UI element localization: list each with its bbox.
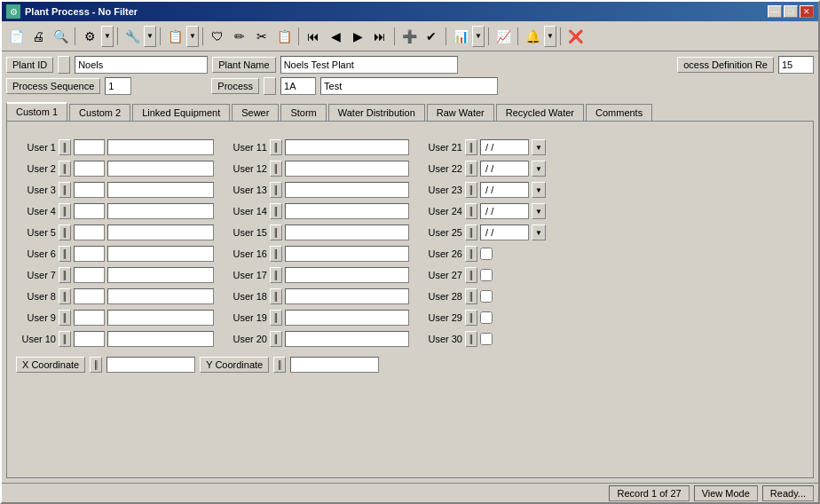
print-button[interactable]: 🖨 <box>28 26 49 47</box>
close-button[interactable]: ✕ <box>800 5 814 18</box>
tab-custom2[interactable]: Custom 2 <box>69 104 130 121</box>
notify-dropdown[interactable]: ▼ <box>544 26 556 47</box>
delete-button[interactable]: ❌ <box>564 26 586 47</box>
user18-input[interactable] <box>285 288 409 304</box>
copy-button[interactable]: 📋 <box>273 26 295 47</box>
user5-large-input[interactable] <box>107 224 214 240</box>
user2-large-input[interactable] <box>107 161 214 177</box>
tab-linked-equipment[interactable]: Linked Equipment <box>132 104 230 121</box>
user8-small-input[interactable] <box>74 288 105 304</box>
chart-button[interactable]: 📊 <box>450 26 471 47</box>
app-icon: ⚙ <box>6 4 20 19</box>
user3-label: User 3 <box>16 185 56 195</box>
user27-checkbox[interactable] <box>480 269 493 281</box>
user12-input[interactable] <box>285 161 409 177</box>
toolbar-group-3: 🔧 ▼ <box>122 26 156 47</box>
tab-storm[interactable]: Storm <box>280 104 326 121</box>
user3-large-input[interactable] <box>107 182 214 198</box>
user29-checkbox[interactable] <box>480 311 493 324</box>
new-button[interactable]: 📄 <box>5 26 27 47</box>
user15-label: User 15 <box>227 227 267 238</box>
tab-recycled-water[interactable]: Recycled Water <box>496 104 584 121</box>
user18-label: User 18 <box>227 291 267 302</box>
user1-small-input[interactable] <box>74 139 105 155</box>
user19-input[interactable] <box>285 310 409 326</box>
minimize-button[interactable]: — <box>768 5 782 18</box>
user9-small-input[interactable] <box>74 310 105 326</box>
check-button[interactable]: ✔ <box>421 26 442 47</box>
tab-raw-water[interactable]: Raw Water <box>427 104 494 121</box>
user8-indicator: ║ <box>59 288 71 304</box>
process-def-input[interactable] <box>778 56 814 74</box>
user23-date-input[interactable]: / / <box>480 182 529 198</box>
col3-users: User 21 ║ / / ▼ User 22 ║ / / ▼ User 23 … <box>422 139 546 350</box>
tab-custom1[interactable]: Custom 1 <box>6 102 67 121</box>
notify-button[interactable]: 🔔 <box>522 26 543 47</box>
user22-date-input[interactable]: / / <box>480 161 529 177</box>
plant-id-input[interactable] <box>75 56 208 74</box>
user30-checkbox[interactable] <box>480 333 493 345</box>
user3-small-input[interactable] <box>74 182 105 198</box>
filter-button[interactable]: 🔧 <box>122 26 143 47</box>
user9-large-input[interactable] <box>107 310 214 326</box>
user20-input[interactable] <box>285 331 409 347</box>
prev-button[interactable]: ◀ <box>325 26 346 47</box>
y-coord-input[interactable] <box>290 357 379 373</box>
user24-date-input[interactable]: / / <box>480 203 529 219</box>
next-button[interactable]: ▶ <box>347 26 368 47</box>
user10-large-input[interactable] <box>107 331 214 347</box>
user29-indicator: ║ <box>465 310 477 326</box>
tab-sewer[interactable]: Sewer <box>232 104 279 121</box>
process-desc-input[interactable] <box>320 77 498 95</box>
tab-comments[interactable]: Comments <box>586 104 652 121</box>
user13-input[interactable] <box>285 182 409 198</box>
process-seq-input[interactable] <box>105 77 131 95</box>
user25-date-input[interactable]: / / <box>480 224 529 240</box>
user6-small-input[interactable] <box>74 246 105 262</box>
x-coord-input[interactable] <box>106 357 195 373</box>
preview-button[interactable]: 🔍 <box>50 26 71 47</box>
user24-dropdown[interactable]: ▼ <box>532 203 546 219</box>
shield-button[interactable]: 🛡 <box>207 26 228 47</box>
user1-large-input[interactable] <box>107 139 214 155</box>
toolbar-group-nav: ⏮ ◀ ▶ ⏭ <box>303 26 390 47</box>
user2-small-input[interactable] <box>74 161 105 177</box>
doc-dropdown[interactable]: ▼ <box>186 26 199 47</box>
user15-input[interactable] <box>285 224 409 240</box>
doc-button[interactable]: 📋 <box>164 26 185 47</box>
add-button[interactable]: ➕ <box>398 26 420 47</box>
user5-small-input[interactable] <box>74 224 105 240</box>
first-button[interactable]: ⏮ <box>303 26 324 47</box>
maximize-button[interactable]: □ <box>784 5 798 18</box>
user11-input[interactable] <box>285 139 409 155</box>
user17-input[interactable] <box>285 267 409 283</box>
settings-button[interactable]: ⚙ <box>79 26 100 47</box>
user28-checkbox[interactable] <box>480 290 493 303</box>
user7-large-input[interactable] <box>107 267 214 283</box>
settings-dropdown[interactable]: ▼ <box>101 26 114 47</box>
user21-dropdown[interactable]: ▼ <box>532 139 546 155</box>
edit-button[interactable]: ✏ <box>229 26 250 47</box>
user4-small-input[interactable] <box>74 203 105 219</box>
user7-small-input[interactable] <box>74 267 105 283</box>
tab-water-distribution[interactable]: Water Distribution <box>328 104 425 121</box>
graph-button[interactable]: 📈 <box>493 26 514 47</box>
user-row-10: User 10 ║ <box>16 331 214 347</box>
last-button[interactable]: ⏭ <box>369 26 390 47</box>
plant-name-input[interactable] <box>280 56 458 74</box>
user14-input[interactable] <box>285 203 409 219</box>
user23-dropdown[interactable]: ▼ <box>532 182 546 198</box>
user8-large-input[interactable] <box>107 288 214 304</box>
process-code-input[interactable] <box>280 77 316 95</box>
user22-dropdown[interactable]: ▼ <box>532 161 546 177</box>
user21-date-input[interactable]: / / <box>480 139 529 155</box>
chart-dropdown[interactable]: ▼ <box>472 26 485 47</box>
user4-large-input[interactable] <box>107 203 214 219</box>
filter-dropdown[interactable]: ▼ <box>144 26 156 47</box>
user26-checkbox[interactable] <box>480 248 493 260</box>
cut-button[interactable]: ✂ <box>251 26 272 47</box>
user25-dropdown[interactable]: ▼ <box>532 224 546 240</box>
user6-large-input[interactable] <box>107 246 214 262</box>
user16-input[interactable] <box>285 246 409 262</box>
user10-small-input[interactable] <box>74 331 105 347</box>
